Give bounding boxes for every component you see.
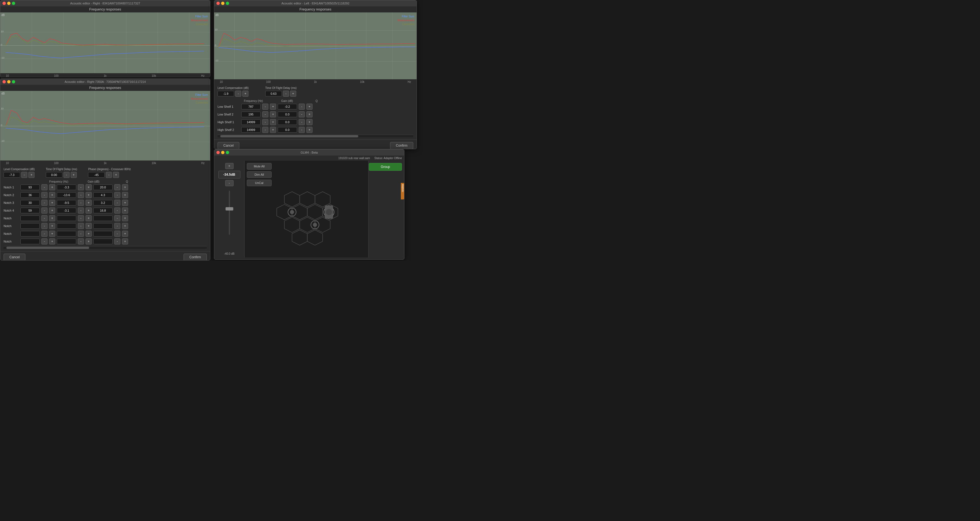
low-shelf-2-gain[interactable] <box>278 112 297 117</box>
notch-5-gain[interactable] <box>57 215 76 221</box>
tof-minus[interactable]: - <box>283 91 289 97</box>
low-shelf-2-freq[interactable] <box>241 112 261 117</box>
minimize-button[interactable] <box>221 151 224 154</box>
notch-3-gain-plus[interactable]: + <box>86 200 92 206</box>
ls2-freq-minus[interactable]: - <box>262 112 268 117</box>
notch-4-freq[interactable] <box>21 208 40 213</box>
scrollbar-thumb[interactable] <box>220 135 358 137</box>
close-button[interactable] <box>3 2 6 5</box>
high-shelf-2-freq[interactable] <box>241 127 261 132</box>
notch-5-q[interactable] <box>93 215 113 221</box>
close-button[interactable] <box>216 2 220 5</box>
hs1-gain-minus[interactable]: - <box>299 119 305 125</box>
ls1-freq-plus[interactable]: + <box>270 104 276 110</box>
notch-7-q[interactable] <box>93 231 113 236</box>
level-comp-input[interactable]: -7.3 <box>3 172 20 178</box>
notch-3-q-plus[interactable]: + <box>122 200 128 206</box>
close-button[interactable] <box>3 80 6 83</box>
cancel-button[interactable]: Cancel <box>218 142 239 149</box>
minimize-button[interactable] <box>221 2 224 5</box>
close-button[interactable] <box>216 151 220 154</box>
hs2-gain-plus[interactable]: + <box>306 127 312 133</box>
uncal-button[interactable]: UnCal <box>247 180 272 186</box>
low-shelf-1-freq[interactable] <box>241 104 261 109</box>
notch-2-q-minus[interactable]: - <box>114 192 120 198</box>
notch-6-freq[interactable] <box>21 223 40 229</box>
phase-minus[interactable]: - <box>106 172 112 178</box>
dim-all-button[interactable]: Dim All <box>247 171 272 178</box>
notch-5-gain-minus[interactable]: - <box>78 215 84 221</box>
notch-6-q[interactable] <box>93 223 113 229</box>
notch-8-gain-minus[interactable]: - <box>78 238 84 244</box>
confirm-button[interactable]: Confirm <box>184 253 207 260</box>
notch-4-gain-minus[interactable]: - <box>78 207 84 213</box>
notch-6-gain[interactable] <box>57 223 76 229</box>
notch-3-freq[interactable] <box>21 200 40 206</box>
scrollbar[interactable] <box>218 135 413 137</box>
notch-7-gain[interactable] <box>57 231 76 236</box>
notch-5-freq-plus[interactable]: + <box>49 215 55 221</box>
notch-8-gain[interactable] <box>57 239 76 244</box>
hs2-freq-plus[interactable]: + <box>270 127 276 133</box>
notch-1-freq-plus[interactable]: + <box>49 184 55 190</box>
minimize-button[interactable] <box>7 2 11 5</box>
notch-2-gain-plus[interactable]: + <box>86 192 92 198</box>
preview-tab[interactable]: review <box>401 183 404 199</box>
high-shelf-1-gain[interactable] <box>278 119 297 125</box>
notch-7-gain-plus[interactable]: + <box>86 231 92 237</box>
notch-6-gain-plus[interactable]: + <box>86 223 92 229</box>
notch-2-gain-minus[interactable]: - <box>78 192 84 198</box>
ls2-freq-plus[interactable]: + <box>270 112 276 117</box>
notch-6-gain-minus[interactable]: - <box>78 223 84 229</box>
notch-8-q-minus[interactable]: - <box>114 238 120 244</box>
notch-3-gain-minus[interactable]: - <box>78 200 84 206</box>
ls1-freq-minus[interactable]: - <box>262 104 268 110</box>
notch-4-gain[interactable] <box>57 208 76 213</box>
notch-4-q[interactable] <box>93 208 113 213</box>
maximize-button[interactable] <box>226 2 229 5</box>
notch-2-freq-plus[interactable]: + <box>49 192 55 198</box>
notch-8-gain-plus[interactable]: + <box>86 238 92 244</box>
phase-input[interactable]: -45 <box>88 172 105 178</box>
hs2-freq-minus[interactable]: - <box>262 127 268 133</box>
group-button[interactable]: Group <box>369 163 402 171</box>
ls1-gain-plus[interactable]: + <box>306 104 312 110</box>
phase-plus[interactable]: + <box>113 172 119 178</box>
cancel-button[interactable]: Cancel <box>3 253 25 260</box>
notch-7-q-minus[interactable]: - <box>114 231 120 237</box>
window-controls[interactable] <box>3 2 15 5</box>
notch-7-freq-minus[interactable]: - <box>41 231 48 237</box>
notch-2-q[interactable] <box>93 192 113 198</box>
notch-7-freq-plus[interactable]: + <box>49 231 55 237</box>
notch-8-freq-plus[interactable]: + <box>49 238 55 244</box>
notch-6-freq-minus[interactable]: - <box>41 223 48 229</box>
window-controls[interactable] <box>216 151 229 154</box>
notch-1-freq-minus[interactable]: - <box>41 184 48 190</box>
maximize-button[interactable] <box>12 80 15 83</box>
hs1-freq-plus[interactable]: + <box>270 119 276 125</box>
notch-8-freq-minus[interactable]: - <box>41 238 48 244</box>
high-shelf-1-freq[interactable] <box>241 119 261 125</box>
tof-input[interactable]: 0.00 <box>46 172 62 178</box>
notch-3-gain[interactable] <box>57 200 76 206</box>
window-controls[interactable] <box>216 2 229 5</box>
notch-5-freq-minus[interactable]: - <box>41 215 48 221</box>
maximize-button[interactable] <box>226 151 229 154</box>
window-controls[interactable] <box>3 80 15 83</box>
notch-2-q-plus[interactable]: + <box>122 192 128 198</box>
notch-3-freq-minus[interactable]: - <box>41 200 48 206</box>
notch-3-q[interactable] <box>93 200 113 206</box>
level-comp-plus[interactable]: + <box>29 172 35 178</box>
notch-7-freq[interactable] <box>21 231 40 236</box>
notch-2-freq[interactable] <box>21 192 40 198</box>
ls2-gain-minus[interactable]: - <box>299 112 305 117</box>
notch-2-freq-minus[interactable]: - <box>41 192 48 198</box>
confirm-button[interactable]: Confirm <box>390 142 413 149</box>
notch-8-q[interactable] <box>93 239 113 244</box>
level-minus[interactable]: - <box>235 91 241 97</box>
minimize-button[interactable] <box>7 80 11 83</box>
level-comp-minus[interactable]: - <box>21 172 27 178</box>
low-shelf-1-gain[interactable] <box>278 104 297 109</box>
notch-1-q[interactable] <box>93 185 113 190</box>
notch-5-q-plus[interactable]: + <box>122 215 128 221</box>
